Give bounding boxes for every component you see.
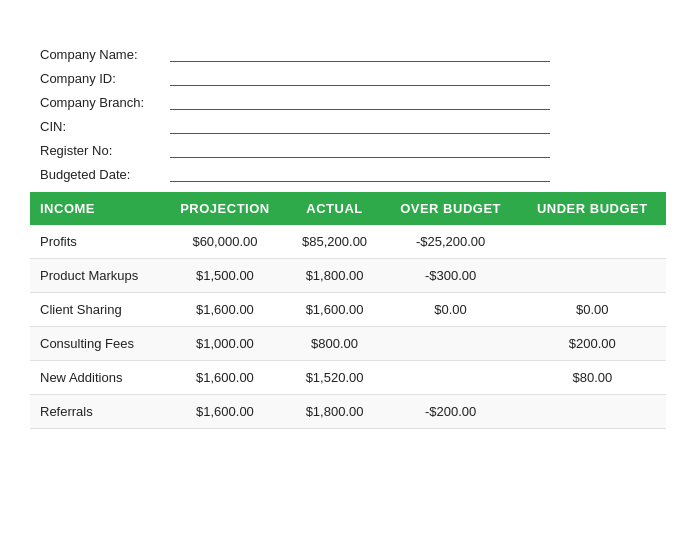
- company-form: Company Name:Company ID:Company Branch:C…: [30, 44, 666, 182]
- table-cell: [383, 327, 519, 361]
- form-label: Budgeted Date:: [40, 167, 170, 182]
- table-header-cell: ACTUAL: [287, 192, 383, 225]
- table-row: Consulting Fees$1,000.00$800.00$200.00: [30, 327, 666, 361]
- table-cell: $80.00: [519, 361, 666, 395]
- table-cell: $1,520.00: [287, 361, 383, 395]
- page: Company Name:Company ID:Company Branch:C…: [0, 0, 696, 449]
- table-cell: [519, 259, 666, 293]
- form-input-line[interactable]: [170, 92, 550, 110]
- form-row: Budgeted Date:: [40, 164, 666, 182]
- income-label: Referrals: [30, 395, 163, 429]
- form-label: CIN:: [40, 119, 170, 134]
- table-cell: $1,600.00: [287, 293, 383, 327]
- budget-table: INCOMEPROJECTIONACTUALOVER BUDGETUNDER B…: [30, 192, 666, 429]
- table-header: INCOMEPROJECTIONACTUALOVER BUDGETUNDER B…: [30, 192, 666, 225]
- table-cell: -$300.00: [383, 259, 519, 293]
- income-label: Client Sharing: [30, 293, 163, 327]
- table-header-cell: OVER BUDGET: [383, 192, 519, 225]
- table-cell: $0.00: [519, 293, 666, 327]
- form-input-line[interactable]: [170, 164, 550, 182]
- table-cell: [519, 395, 666, 429]
- form-label: Company Name:: [40, 47, 170, 62]
- income-label: Profits: [30, 225, 163, 259]
- form-input-line[interactable]: [170, 44, 550, 62]
- form-row: Company Name:: [40, 44, 666, 62]
- form-label: Company ID:: [40, 71, 170, 86]
- table-body: Profits$60,000.00$85,200.00-$25,200.00Pr…: [30, 225, 666, 429]
- income-label: Consulting Fees: [30, 327, 163, 361]
- table-row: Product Markups$1,500.00$1,800.00-$300.0…: [30, 259, 666, 293]
- form-row: Company ID:: [40, 68, 666, 86]
- form-input-line[interactable]: [170, 116, 550, 134]
- table-cell: -$25,200.00: [383, 225, 519, 259]
- form-label: Company Branch:: [40, 95, 170, 110]
- table-cell: $1,800.00: [287, 395, 383, 429]
- form-input-line[interactable]: [170, 68, 550, 86]
- table-cell: $1,600.00: [163, 395, 286, 429]
- table-cell: $200.00: [519, 327, 666, 361]
- table-cell: $1,600.00: [163, 293, 286, 327]
- table-row: Referrals$1,600.00$1,800.00-$200.00: [30, 395, 666, 429]
- form-input-line[interactable]: [170, 140, 550, 158]
- table-row: New Additions$1,600.00$1,520.00$80.00: [30, 361, 666, 395]
- table-cell: $1,500.00: [163, 259, 286, 293]
- header-row: INCOMEPROJECTIONACTUALOVER BUDGETUNDER B…: [30, 192, 666, 225]
- table-cell: $800.00: [287, 327, 383, 361]
- income-label: Product Markups: [30, 259, 163, 293]
- form-label: Register No:: [40, 143, 170, 158]
- table-header-cell: UNDER BUDGET: [519, 192, 666, 225]
- table-cell: $60,000.00: [163, 225, 286, 259]
- table-cell: -$200.00: [383, 395, 519, 429]
- table-row: Profits$60,000.00$85,200.00-$25,200.00: [30, 225, 666, 259]
- form-row: CIN:: [40, 116, 666, 134]
- table-cell: [383, 361, 519, 395]
- form-row: Register No:: [40, 140, 666, 158]
- income-label: New Additions: [30, 361, 163, 395]
- table-cell: $1,800.00: [287, 259, 383, 293]
- table-cell: $85,200.00: [287, 225, 383, 259]
- table-cell: $1,000.00: [163, 327, 286, 361]
- table-header-cell: PROJECTION: [163, 192, 286, 225]
- table-row: Client Sharing$1,600.00$1,600.00$0.00$0.…: [30, 293, 666, 327]
- table-cell: $0.00: [383, 293, 519, 327]
- table-cell: $1,600.00: [163, 361, 286, 395]
- table-header-cell: INCOME: [30, 192, 163, 225]
- form-row: Company Branch:: [40, 92, 666, 110]
- table-cell: [519, 225, 666, 259]
